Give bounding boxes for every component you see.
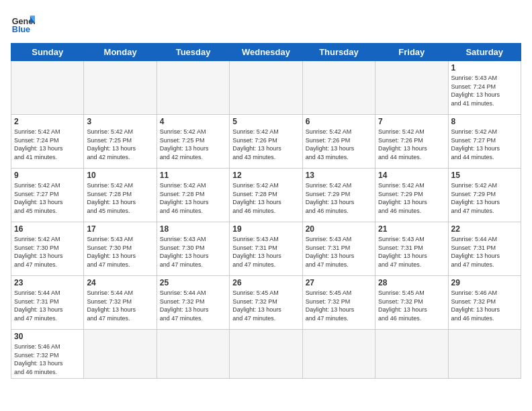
calendar-cell [157, 330, 229, 379]
day-number: 27 [306, 278, 372, 287]
day-info: Sunrise: 5:42 AM Sunset: 7:25 PM Dayligh… [160, 128, 226, 161]
weekday-header: Friday [375, 44, 448, 61]
calendar-cell: 12Sunrise: 5:42 AM Sunset: 7:28 PM Dayli… [230, 169, 302, 222]
day-info: Sunrise: 5:42 AM Sunset: 7:24 PM Dayligh… [14, 128, 81, 161]
day-number: 4 [160, 117, 226, 126]
day-info: Sunrise: 5:43 AM Sunset: 7:31 PM Dayligh… [232, 235, 299, 269]
day-info: Sunrise: 5:45 AM Sunset: 7:32 PM Dayligh… [306, 289, 372, 322]
day-number: 21 [378, 224, 445, 234]
calendar-cell: 6Sunrise: 5:42 AM Sunset: 7:26 PM Daylig… [302, 115, 375, 169]
calendar-cell: 10Sunrise: 5:42 AM Sunset: 7:28 PM Dayli… [84, 169, 157, 222]
calendar-cell [302, 330, 375, 379]
day-info: Sunrise: 5:42 AM Sunset: 7:29 PM Dayligh… [378, 181, 445, 215]
calendar-cell: 8Sunrise: 5:42 AM Sunset: 7:27 PM Daylig… [448, 115, 521, 169]
calendar-cell: 22Sunrise: 5:44 AM Sunset: 7:31 PM Dayli… [448, 222, 521, 276]
day-number: 24 [87, 278, 153, 287]
calendar-cell: 4Sunrise: 5:42 AM Sunset: 7:25 PM Daylig… [157, 115, 229, 169]
logo: General Blue [11, 11, 35, 35]
calendar-cell [230, 330, 302, 379]
day-info: Sunrise: 5:45 AM Sunset: 7:32 PM Dayligh… [232, 289, 299, 322]
calendar-cell [11, 61, 84, 115]
weekday-header: Sunday [11, 44, 84, 61]
day-number: 23 [14, 278, 81, 287]
calendar-cell: 26Sunrise: 5:45 AM Sunset: 7:32 PM Dayli… [230, 276, 302, 330]
calendar-cell [375, 330, 448, 379]
weekday-header: Wednesday [230, 44, 302, 61]
calendar-cell: 17Sunrise: 5:43 AM Sunset: 7:30 PM Dayli… [84, 222, 157, 276]
day-info: Sunrise: 5:43 AM Sunset: 7:24 PM Dayligh… [451, 74, 518, 107]
calendar-cell: 2Sunrise: 5:42 AM Sunset: 7:24 PM Daylig… [11, 115, 84, 169]
day-number: 11 [160, 171, 226, 180]
day-info: Sunrise: 5:42 AM Sunset: 7:30 PM Dayligh… [14, 235, 81, 269]
day-number: 13 [306, 171, 372, 180]
calendar-cell: 13Sunrise: 5:42 AM Sunset: 7:29 PM Dayli… [302, 169, 375, 222]
calendar-cell: 5Sunrise: 5:42 AM Sunset: 7:26 PM Daylig… [230, 115, 302, 169]
calendar-cell: 30Sunrise: 5:46 AM Sunset: 7:32 PM Dayli… [11, 330, 84, 379]
calendar-cell [230, 61, 302, 115]
calendar-cell [84, 330, 157, 379]
day-number: 19 [232, 224, 299, 234]
day-info: Sunrise: 5:42 AM Sunset: 7:28 PM Dayligh… [160, 181, 226, 215]
calendar-cell: 19Sunrise: 5:43 AM Sunset: 7:31 PM Dayli… [230, 222, 302, 276]
day-info: Sunrise: 5:43 AM Sunset: 7:30 PM Dayligh… [160, 235, 226, 269]
weekday-header: Tuesday [157, 44, 229, 61]
day-number: 8 [451, 117, 518, 126]
day-info: Sunrise: 5:43 AM Sunset: 7:31 PM Dayligh… [306, 235, 372, 269]
calendar-cell [375, 61, 448, 115]
day-number: 20 [306, 224, 372, 234]
calendar-table: SundayMondayTuesdayWednesdayThursdayFrid… [11, 43, 521, 379]
calendar-cell: 11Sunrise: 5:42 AM Sunset: 7:28 PM Dayli… [157, 169, 229, 222]
day-number: 5 [232, 117, 299, 126]
day-info: Sunrise: 5:44 AM Sunset: 7:31 PM Dayligh… [451, 235, 518, 269]
weekday-header: Saturday [448, 44, 521, 61]
day-number: 25 [160, 278, 226, 287]
day-number: 18 [160, 224, 226, 234]
day-info: Sunrise: 5:42 AM Sunset: 7:26 PM Dayligh… [306, 128, 372, 161]
day-number: 1 [451, 63, 518, 73]
day-info: Sunrise: 5:42 AM Sunset: 7:26 PM Dayligh… [232, 128, 299, 161]
calendar-cell [157, 61, 229, 115]
day-number: 29 [451, 278, 518, 287]
calendar-cell: 18Sunrise: 5:43 AM Sunset: 7:30 PM Dayli… [157, 222, 229, 276]
calendar-cell: 25Sunrise: 5:44 AM Sunset: 7:32 PM Dayli… [157, 276, 229, 330]
day-info: Sunrise: 5:42 AM Sunset: 7:26 PM Dayligh… [378, 128, 445, 161]
day-info: Sunrise: 5:42 AM Sunset: 7:27 PM Dayligh… [14, 181, 81, 215]
calendar-cell: 21Sunrise: 5:43 AM Sunset: 7:31 PM Dayli… [375, 222, 448, 276]
calendar-cell: 27Sunrise: 5:45 AM Sunset: 7:32 PM Dayli… [302, 276, 375, 330]
svg-text:Blue: Blue [12, 25, 30, 34]
day-info: Sunrise: 5:42 AM Sunset: 7:28 PM Dayligh… [87, 181, 153, 215]
calendar-cell: 9Sunrise: 5:42 AM Sunset: 7:27 PM Daylig… [11, 169, 84, 222]
calendar-cell: 14Sunrise: 5:42 AM Sunset: 7:29 PM Dayli… [375, 169, 448, 222]
day-number: 30 [14, 332, 81, 341]
day-number: 3 [87, 117, 153, 126]
header: General Blue [11, 11, 521, 35]
day-number: 15 [451, 171, 518, 180]
calendar-cell: 20Sunrise: 5:43 AM Sunset: 7:31 PM Dayli… [302, 222, 375, 276]
calendar-header: SundayMondayTuesdayWednesdayThursdayFrid… [11, 44, 521, 61]
day-info: Sunrise: 5:42 AM Sunset: 7:25 PM Dayligh… [87, 128, 153, 161]
day-number: 2 [14, 117, 81, 126]
day-info: Sunrise: 5:44 AM Sunset: 7:32 PM Dayligh… [87, 289, 153, 322]
day-info: Sunrise: 5:42 AM Sunset: 7:29 PM Dayligh… [306, 181, 372, 215]
day-number: 12 [232, 171, 299, 180]
weekday-header: Thursday [302, 44, 375, 61]
calendar-cell: 7Sunrise: 5:42 AM Sunset: 7:26 PM Daylig… [375, 115, 448, 169]
day-info: Sunrise: 5:44 AM Sunset: 7:31 PM Dayligh… [14, 289, 81, 322]
day-info: Sunrise: 5:45 AM Sunset: 7:32 PM Dayligh… [378, 289, 445, 322]
day-info: Sunrise: 5:44 AM Sunset: 7:32 PM Dayligh… [160, 289, 226, 322]
calendar-cell [302, 61, 375, 115]
day-number: 22 [451, 224, 518, 234]
day-number: 9 [14, 171, 81, 180]
calendar-cell: 15Sunrise: 5:42 AM Sunset: 7:29 PM Dayli… [448, 169, 521, 222]
calendar-cell: 16Sunrise: 5:42 AM Sunset: 7:30 PM Dayli… [11, 222, 84, 276]
calendar-cell: 28Sunrise: 5:45 AM Sunset: 7:32 PM Dayli… [375, 276, 448, 330]
day-info: Sunrise: 5:42 AM Sunset: 7:27 PM Dayligh… [451, 128, 518, 161]
day-number: 16 [14, 224, 81, 234]
day-number: 26 [232, 278, 299, 287]
calendar-cell: 24Sunrise: 5:44 AM Sunset: 7:32 PM Dayli… [84, 276, 157, 330]
day-info: Sunrise: 5:43 AM Sunset: 7:30 PM Dayligh… [87, 235, 153, 269]
day-number: 6 [306, 117, 372, 126]
day-info: Sunrise: 5:46 AM Sunset: 7:32 PM Dayligh… [451, 289, 518, 322]
day-number: 14 [378, 171, 445, 180]
calendar-cell: 3Sunrise: 5:42 AM Sunset: 7:25 PM Daylig… [84, 115, 157, 169]
